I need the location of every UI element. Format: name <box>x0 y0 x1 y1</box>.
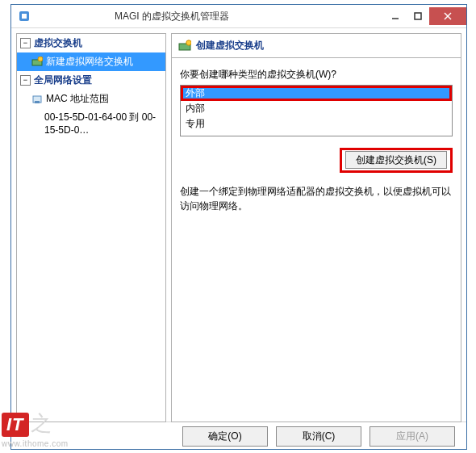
svg-rect-9 <box>35 101 40 103</box>
minimize-button[interactable] <box>384 7 407 25</box>
vswitch-icon <box>178 40 191 52</box>
type-description: 创建一个绑定到物理网络适配器的虚拟交换机，以便虚拟机可以访问物理网络。 <box>180 184 453 213</box>
panel-header: 创建虚拟交换机 <box>171 33 461 57</box>
detail-panel: 创建虚拟交换机 你要创建哪种类型的虚拟交换机(W)? 外部 内部 专用 创建虚拟… <box>171 33 461 422</box>
nic-icon <box>31 94 43 105</box>
close-button[interactable] <box>429 7 466 25</box>
type-option-external[interactable]: 外部 <box>181 86 452 101</box>
dialog-window: MAGI 的虚拟交换机管理器 − 虚拟交换机 新建虚拟网络交换机 − 全局网络设… <box>10 4 467 450</box>
tree-group-label: 全局网络设置 <box>34 73 92 87</box>
svg-point-11 <box>186 40 191 44</box>
vswitch-new-icon <box>31 57 43 68</box>
titlebar[interactable]: MAGI 的虚拟交换机管理器 <box>11 5 466 28</box>
type-option-internal[interactable]: 内部 <box>181 101 452 116</box>
tree-item-new-vswitch[interactable]: 新建虚拟网络交换机 <box>17 52 165 71</box>
tree-item-label: MAC 地址范围 <box>46 92 109 106</box>
ok-button[interactable]: 确定(O) <box>182 426 268 447</box>
tree-group-label: 虚拟交换机 <box>34 36 82 50</box>
collapse-icon[interactable]: − <box>20 38 31 48</box>
tree-item-value: 00-15-5D-01-64-00 到 00-15-5D-0… <box>44 111 162 136</box>
type-option-private[interactable]: 专用 <box>181 116 452 132</box>
window-title: MAGI 的虚拟交换机管理器 <box>115 10 229 23</box>
svg-rect-1 <box>22 14 27 19</box>
maximize-button[interactable] <box>407 7 429 25</box>
panel-title: 创建虚拟交换机 <box>196 39 264 52</box>
svg-rect-3 <box>415 13 421 19</box>
tree-group-virtual-switches[interactable]: − 虚拟交换机 <box>17 34 165 52</box>
cancel-button[interactable]: 取消(C) <box>276 426 361 447</box>
watermark: IT之 www.ithome.com <box>2 409 69 448</box>
collapse-icon[interactable]: − <box>20 75 31 86</box>
tree-item-mac-range[interactable]: MAC 地址范围 <box>17 90 165 108</box>
app-icon <box>11 10 37 23</box>
type-prompt: 你要创建哪种类型的虚拟交换机(W)? <box>180 68 453 82</box>
watermark-badge: IT <box>2 413 29 437</box>
tree-item-label: 新建虚拟网络交换机 <box>46 55 133 69</box>
svg-point-7 <box>38 57 43 61</box>
tree-item-mac-range-value[interactable]: 00-15-5D-01-64-00 到 00-15-5D-0… <box>17 108 165 138</box>
apply-button: 应用(A) <box>370 426 455 447</box>
tree-panel[interactable]: − 虚拟交换机 新建虚拟网络交换机 − 全局网络设置 MAC 地址范围 00 <box>16 33 166 422</box>
watermark-url: www.ithome.com <box>2 439 69 448</box>
watermark-suffix: 之 <box>31 412 52 435</box>
dialog-footer: 确定(O) 取消(C) 应用(A) <box>11 422 466 450</box>
create-vswitch-button[interactable]: 创建虚拟交换机(S) <box>345 151 447 169</box>
switch-type-list[interactable]: 外部 内部 专用 <box>180 85 453 136</box>
tree-group-global-network[interactable]: − 全局网络设置 <box>17 71 165 90</box>
highlight-box: 创建虚拟交换机(S) <box>340 148 453 173</box>
